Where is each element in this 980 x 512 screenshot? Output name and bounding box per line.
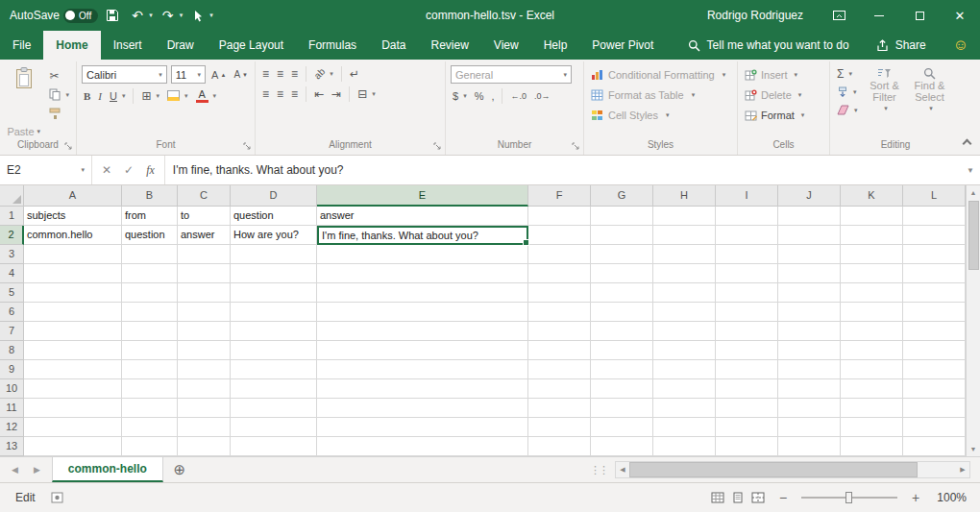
cell-J13[interactable]	[778, 437, 841, 456]
cell-F1[interactable]	[528, 207, 591, 226]
cell-G1[interactable]	[591, 207, 653, 226]
ribbon-tab-review[interactable]: Review	[418, 31, 480, 60]
number-format-select[interactable]: General▾	[451, 65, 572, 84]
wrap-text-button[interactable]: ↵	[348, 65, 361, 82]
cell-G8[interactable]	[591, 341, 653, 360]
formula-input[interactable]: I'm fine, thanks. What about you?	[165, 156, 961, 184]
cell-K4[interactable]	[841, 264, 903, 283]
cell-E9[interactable]	[317, 360, 528, 379]
cell-A10[interactable]	[24, 379, 122, 399]
cell-B4[interactable]	[122, 264, 178, 283]
sort-filter-button[interactable]: Sort & Filter ▾	[865, 65, 905, 138]
enter-button[interactable]: ✓	[124, 163, 134, 177]
merge-center-button[interactable]: ⊟▾	[355, 85, 378, 102]
page-layout-view-button[interactable]	[731, 492, 745, 503]
cell-I1[interactable]	[716, 207, 778, 226]
zoom-level[interactable]: 100%	[934, 491, 967, 504]
undo-dropdown[interactable]: ▾	[149, 12, 153, 19]
ribbon-tab-home[interactable]: Home	[43, 31, 100, 60]
cell-B10[interactable]	[122, 379, 178, 399]
cell-J5[interactable]	[778, 283, 841, 303]
borders-button[interactable]: ⊞▾	[139, 87, 161, 104]
format-as-table-button[interactable]: Format as Table▾	[589, 85, 732, 104]
cell-A7[interactable]	[24, 322, 122, 341]
format-cells-button[interactable]: Format▾	[743, 106, 824, 124]
cell-F9[interactable]	[528, 360, 591, 379]
cell-D3[interactable]	[231, 245, 317, 264]
cell-E1[interactable]: answer	[317, 207, 528, 226]
cell-H3[interactable]	[653, 245, 716, 264]
decrease-decimal-button[interactable]: .0→	[532, 87, 552, 104]
font-size-select[interactable]: 11▾	[171, 65, 206, 84]
row-header-9[interactable]: 9	[0, 360, 24, 379]
cell-L3[interactable]	[903, 245, 966, 264]
row-header-2[interactable]: 2	[0, 226, 24, 245]
cell-H2[interactable]	[653, 226, 716, 245]
share-button[interactable]: Share	[876, 38, 926, 52]
column-header-B[interactable]: B	[122, 185, 178, 207]
cell-L11[interactable]	[903, 399, 966, 418]
fill-color-button[interactable]: ▾	[165, 87, 190, 104]
cell-E4[interactable]	[317, 264, 528, 283]
cell-E2[interactable]: I'm fine, thanks. What about you?	[317, 226, 528, 245]
insert-cells-button[interactable]: Insert▾	[743, 65, 824, 84]
cell-L5[interactable]	[903, 283, 966, 303]
cell-B5[interactable]	[122, 283, 178, 303]
delete-cells-button[interactable]: Delete▾	[743, 85, 824, 104]
cut-button[interactable]: ✂	[47, 67, 71, 84]
cell-D9[interactable]	[231, 360, 317, 379]
cell-C9[interactable]	[178, 360, 231, 379]
cell-J12[interactable]	[778, 418, 841, 437]
row-header-4[interactable]: 4	[0, 264, 24, 283]
autosum-button[interactable]: Σ▾	[835, 65, 860, 82]
cell-B12[interactable]	[122, 418, 178, 437]
cell-C8[interactable]	[178, 341, 231, 360]
cell-L8[interactable]	[903, 341, 966, 360]
normal-view-button[interactable]	[711, 492, 724, 503]
cell-D12[interactable]	[231, 418, 317, 437]
cell-H8[interactable]	[653, 341, 716, 360]
cell-H7[interactable]	[653, 322, 716, 341]
cell-A8[interactable]	[24, 341, 122, 360]
cell-E11[interactable]	[317, 399, 528, 418]
cell-A6[interactable]	[24, 303, 122, 322]
cell-F6[interactable]	[528, 303, 591, 322]
cell-K1[interactable]	[841, 207, 903, 226]
cell-I6[interactable]	[716, 303, 778, 322]
column-header-G[interactable]: G	[591, 185, 653, 207]
cell-D7[interactable]	[231, 322, 317, 341]
cell-K3[interactable]	[841, 245, 903, 264]
cell-I3[interactable]	[716, 245, 778, 264]
cell-I5[interactable]	[716, 283, 778, 303]
cell-E7[interactable]	[317, 322, 528, 341]
cell-A11[interactable]	[24, 399, 122, 418]
cell-F12[interactable]	[528, 418, 591, 437]
row-header-7[interactable]: 7	[0, 322, 24, 341]
cell-C13[interactable]	[178, 437, 231, 456]
cell-K12[interactable]	[841, 418, 903, 437]
cell-H9[interactable]	[653, 360, 716, 379]
cell-H6[interactable]	[653, 303, 716, 322]
font-name-select[interactable]: Calibri▾	[82, 65, 167, 84]
cell-B1[interactable]: from	[122, 207, 178, 226]
cell-J3[interactable]	[778, 245, 841, 264]
new-sheet-button[interactable]: ⊕	[163, 457, 196, 482]
decrease-indent-button[interactable]: ⇤	[312, 85, 326, 102]
cell-J2[interactable]	[778, 226, 841, 245]
cell-F4[interactable]	[528, 264, 591, 283]
scroll-down-arrow[interactable]: ▼	[967, 442, 980, 456]
align-right-button[interactable]: ≡	[289, 85, 300, 102]
bold-button[interactable]: B	[82, 87, 92, 104]
sheet-nav-left-arrow[interactable]: ◀	[12, 465, 18, 475]
column-header-D[interactable]: D	[231, 185, 317, 207]
cell-J10[interactable]	[778, 379, 841, 399]
cell-E6[interactable]	[317, 303, 528, 322]
row-header-5[interactable]: 5	[0, 283, 24, 303]
cell-K2[interactable]	[841, 226, 903, 245]
cell-F3[interactable]	[528, 245, 591, 264]
row-header-10[interactable]: 10	[0, 379, 24, 399]
horizontal-scrollbar[interactable]: ◀ ▶	[615, 461, 970, 478]
hscroll-left-arrow[interactable]: ◀	[616, 466, 629, 474]
cell-L13[interactable]	[903, 437, 966, 456]
cell-I8[interactable]	[716, 341, 778, 360]
